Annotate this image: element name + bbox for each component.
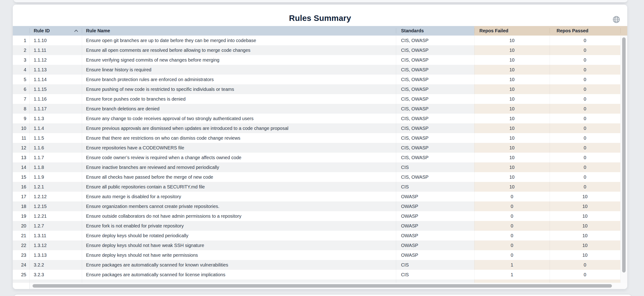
cell-rule-id: 1.3.11 (30, 231, 82, 241)
cell-rule-name: Ensure pushing of new code is restricted… (82, 84, 396, 94)
cell-rule-id: 3.2.2 (30, 260, 82, 270)
table-row[interactable]: 22 1.3.12 Ensure deploy keys should not … (13, 241, 627, 250)
cell-rule-name: Ensure packages are automatically scanne… (82, 270, 396, 280)
cell-rule-name: Ensure outside collaborators do not have… (82, 211, 396, 221)
cell-rule-name: Ensure any change to code receives appro… (82, 114, 396, 123)
table-row[interactable]: 15 1.1.9 Ensure all checks have passed b… (13, 172, 627, 182)
table-row[interactable]: 4 1.1.13 Ensure linear history is requir… (13, 65, 627, 75)
table-row[interactable]: 3 1.1.12 Ensure verifying signed commits… (13, 55, 627, 65)
header-cell-rule-name[interactable]: Rule Name (82, 26, 396, 35)
cell-repos-passed: 0 (550, 270, 620, 280)
cell-repos-passed: 0 (550, 45, 620, 55)
cell-standards: OWASP (396, 221, 474, 231)
table-row[interactable]: 18 1.2.15 Ensure organization members ca… (13, 201, 627, 211)
table-row[interactable]: 2 1.1.11 Ensure all open comments are re… (13, 45, 627, 55)
cell-rule-name: Ensure linear history is required (82, 65, 396, 75)
cell-rule-id: 1.1.8 (30, 162, 82, 172)
cell-repos-failed: 10 (474, 65, 550, 75)
cell-row-number: 12 (13, 143, 30, 153)
table-row[interactable]: 6 1.1.15 Ensure pushing of new code is r… (13, 84, 627, 94)
cell-standards: CIS (396, 182, 474, 192)
table-row[interactable]: 24 3.2.2 Ensure packages are automatical… (13, 260, 627, 270)
cell-rule-id: 1.2.7 (30, 221, 82, 231)
cell-repos-passed: 0 (550, 172, 620, 182)
table-row[interactable]: 13 1.1.7 Ensure code owner’s review is r… (13, 153, 627, 162)
cell-standards: CIS, OWASP (396, 35, 474, 45)
previous-card-edge (14, 0, 628, 2)
cell-rule-name: Ensure deploy keys should not have weak … (82, 241, 396, 250)
table-row[interactable]: 1 1.1.10 Ensure open git branches are up… (13, 35, 627, 45)
cell-standards: CIS, OWASP (396, 172, 474, 182)
cell-rule-id: 1.1.7 (30, 153, 82, 162)
cell-rule-name: Ensure auto merge is disabled for a repo… (82, 192, 396, 201)
cell-repos-passed: 10 (550, 211, 620, 221)
table-header-row: Rule ID Rule Name Standards Repos Failed… (13, 26, 627, 35)
cell-rule-id: 1.1.11 (30, 45, 82, 55)
cell-standards: CIS, OWASP (396, 65, 474, 75)
table-row[interactable]: 17 1.2.12 Ensure auto merge is disabled … (13, 192, 627, 201)
vertical-scrollbar-thumb[interactable] (622, 37, 626, 273)
header-label-repos-passed: Repos Passed (556, 28, 588, 33)
cell-rule-name: Ensure code owner’s review is required w… (82, 153, 396, 162)
cell-row-number: 1 (13, 35, 30, 45)
cell-repos-failed: 10 (474, 123, 550, 133)
cell-standards: OWASP (396, 250, 474, 260)
cell-repos-passed: 0 (550, 260, 620, 270)
table-row[interactable]: 11 1.1.5 Ensure that there are restricti… (13, 133, 627, 143)
table-row[interactable]: 10 1.1.4 Ensure previous approvals are d… (13, 123, 627, 133)
cell-repos-passed: 0 (550, 123, 620, 133)
table-row[interactable]: 21 1.3.11 Ensure deploy keys should be r… (13, 231, 627, 241)
cell-repos-passed: 0 (550, 143, 620, 153)
table-row[interactable]: 19 1.2.21 Ensure outside collaborators d… (13, 211, 627, 221)
cell-rule-name: Ensure branch protection rules are enfor… (82, 75, 396, 84)
cell-repos-passed: 10 (550, 231, 620, 241)
table-row[interactable]: 20 1.2.7 Ensure fork is not enabled for … (13, 221, 627, 231)
cell-standards: CIS, OWASP (396, 143, 474, 153)
cell-rule-name (82, 280, 396, 283)
cell-rule-id: 1.1.3 (30, 114, 82, 123)
table-row[interactable]: 7 1.1.16 Ensure force pushes code to bra… (13, 94, 627, 104)
cell-standards: OWASP (396, 201, 474, 211)
header-cell-repos-passed[interactable]: Repos Passed (550, 26, 620, 35)
cell-rule-id: 1.1.5 (30, 133, 82, 143)
table-row-partial[interactable] (13, 280, 627, 283)
cell-standards: CIS, OWASP (396, 123, 474, 133)
table-row[interactable]: 8 1.1.17 Ensure branch deletions are den… (13, 104, 627, 114)
cell-repos-passed: 0 (550, 104, 620, 114)
cell-standards: CIS, OWASP (396, 104, 474, 114)
cell-repos-passed: 0 (550, 114, 620, 123)
table-row[interactable]: 16 1.2.1 Ensure all public repositories … (13, 182, 627, 192)
header-cell-repos-failed[interactable]: Repos Failed (474, 26, 550, 35)
cell-rule-id: 1.2.21 (30, 211, 82, 221)
cell-rule-name: Ensure that there are restrictions on wh… (82, 133, 396, 143)
rules-table: Rule ID Rule Name Standards Repos Failed… (13, 26, 627, 289)
horizontal-scrollbar-thumb[interactable] (32, 284, 612, 288)
table-row[interactable]: 5 1.1.14 Ensure branch protection rules … (13, 75, 627, 84)
cell-row-number: 24 (13, 260, 30, 270)
table-row[interactable]: 14 1.1.8 Ensure inactive branches are re… (13, 162, 627, 172)
cell-standards: CIS, OWASP (396, 153, 474, 162)
cell-repos-failed: 10 (474, 94, 550, 104)
table-row[interactable]: 23 1.3.13 Ensure deploy keys should not … (13, 250, 627, 260)
cell-standards: CIS, OWASP (396, 114, 474, 123)
cell-rule-name: Ensure previous approvals are dismissed … (82, 123, 396, 133)
globe-button[interactable] (612, 15, 621, 24)
header-cell-standards[interactable]: Standards (396, 26, 474, 35)
cell-standards: CIS (396, 162, 474, 172)
cell-repos-failed: 0 (474, 211, 550, 221)
cell-rule-name: Ensure organization members cannot creat… (82, 201, 396, 211)
cell-row-number: 15 (13, 172, 30, 182)
cell-rule-id: 1.2.15 (30, 201, 82, 211)
cell-standards: CIS, OWASP (396, 94, 474, 104)
cell-row-number: 13 (13, 153, 30, 162)
cell-repos-failed: 10 (474, 75, 550, 84)
cell-rule-name: Ensure repositories have a CODEOWNERS fi… (82, 143, 396, 153)
header-cell-rule-id[interactable]: Rule ID (30, 26, 82, 35)
table-row[interactable]: 12 1.1.6 Ensure repositories have a CODE… (13, 143, 627, 153)
cell-row-number: 4 (13, 65, 30, 75)
cell-row-number: 7 (13, 94, 30, 104)
header-label-repos-failed: Repos Failed (480, 28, 508, 33)
table-row[interactable]: 9 1.1.3 Ensure any change to code receiv… (13, 114, 627, 123)
table-row[interactable]: 25 3.2.3 Ensure packages are automatical… (13, 270, 627, 280)
cell-repos-passed: 0 (550, 35, 620, 45)
